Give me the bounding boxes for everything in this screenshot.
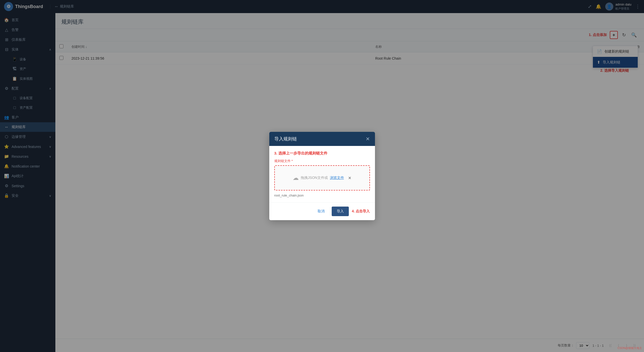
field-label-text: 规则链文件: [274, 159, 291, 163]
upload-clear-btn[interactable]: ✕: [348, 176, 351, 180]
modal-close-button[interactable]: ✕: [366, 136, 370, 141]
import-modal: 导入规则链 ✕ 3. 选择上一步导出的规则链文件 规则链文件 * ☁ 拖拽JSO…: [269, 132, 375, 220]
modal-body: 3. 选择上一步导出的规则链文件 规则链文件 * ☁ 拖拽JSON文件或 浏览文…: [269, 146, 375, 202]
annotation-3: 3. 选择上一步导出的规则链文件: [274, 151, 370, 156]
upload-text: 拖拽JSON文件或: [301, 176, 328, 180]
modal-title: 导入规则链: [274, 136, 297, 142]
modal-footer: 取消 导入 4. 点击导入: [269, 202, 375, 220]
modal-overlay: 导入规则链 ✕ 3. 选择上一步导出的规则链文件 规则链文件 * ☁ 拖拽JSO…: [0, 0, 644, 352]
file-name: root_rule_chain.json: [274, 193, 370, 197]
import-button[interactable]: 导入: [332, 207, 349, 216]
upload-cloud-icon: ☁: [293, 174, 299, 181]
watermark: CSDN@猜猫大地主: [618, 346, 642, 350]
upload-row: ☁ 拖拽JSON文件或 浏览文件 ✕: [293, 174, 351, 181]
upload-area[interactable]: ☁ 拖拽JSON文件或 浏览文件 ✕: [274, 165, 370, 190]
field-label: 规则链文件 *: [274, 159, 370, 163]
field-required-mark: *: [291, 159, 293, 163]
annotation-4: 4. 点击导入: [352, 209, 370, 214]
modal-header: 导入规则链 ✕: [269, 132, 375, 146]
browse-link[interactable]: 浏览文件: [330, 176, 344, 180]
cancel-button[interactable]: 取消: [314, 207, 329, 216]
